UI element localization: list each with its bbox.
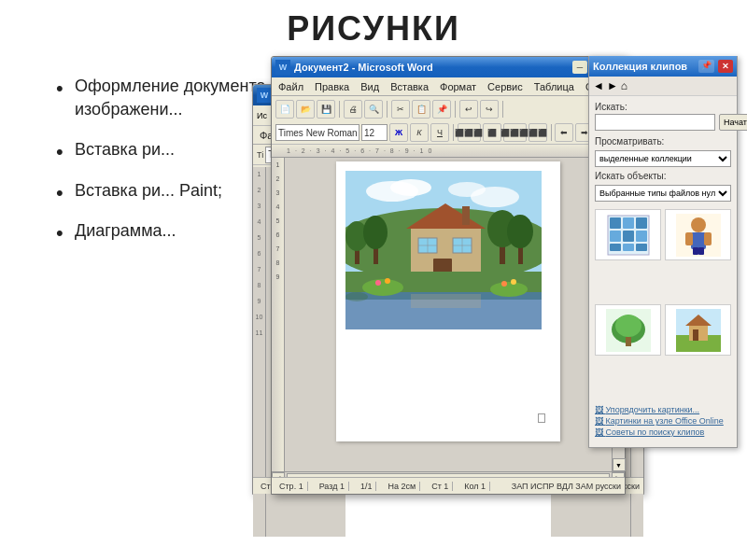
menu-file-front[interactable]: Файл [274, 80, 308, 93]
clip-image-2[interactable] [665, 209, 731, 260]
status-lang-front: ЗАП ИСПР ВДЛ ЗАМ русски [512, 482, 621, 491]
menu-view-front[interactable]: Вид [356, 80, 384, 93]
svg-point-46 [362, 279, 403, 296]
font-name-back: Ti [257, 150, 263, 160]
nav-forward-icon[interactable]: ► [607, 79, 618, 92]
cut-btn[interactable]: ✂ [391, 100, 410, 119]
svg-rect-77 [693, 329, 698, 341]
align-c[interactable]: ⬛ [483, 123, 501, 142]
paste-btn[interactable]: 📌 [432, 100, 451, 119]
minimize-btn-front[interactable]: ─ [572, 61, 587, 74]
svg-rect-65 [685, 232, 693, 245]
word-app-icon-back: W [257, 88, 272, 103]
status-pos-front: На 2см [384, 482, 420, 491]
align-l[interactable]: ⬛⬛⬛ [458, 123, 481, 142]
search-label: Искать: [595, 102, 731, 112]
clip-image-1[interactable] [595, 209, 661, 260]
indent-dec[interactable]: ⬅ [555, 123, 573, 142]
clip-panel-title: Коллекция клипов [593, 61, 687, 72]
clip-art-panel: Коллекция клипов 📌 ✕ ◄ ► ⌂ Искать: Начат… [588, 56, 738, 448]
clip-panel-pin[interactable]: 📌 [698, 60, 714, 73]
footer-link-1[interactable]: Упорядочить картинки... [595, 405, 731, 414]
sep1 [339, 101, 340, 118]
browse-label: Просматривать: [595, 136, 731, 147]
word-app-icon-front: W [275, 60, 290, 75]
svg-rect-30 [462, 206, 470, 225]
svg-rect-59 [610, 244, 621, 251]
status-page-front: Стр. 1 [275, 482, 308, 491]
align-r[interactable]: ⬛⬛⬛ [503, 123, 527, 142]
font-size-input-front[interactable] [361, 124, 388, 141]
search-row: Начать [595, 114, 731, 131]
menu-edit-front[interactable]: Правка [310, 80, 354, 93]
svg-rect-66 [704, 232, 712, 245]
word-titlebar-front[interactable]: W Документ2 - Microsoft Word ─ □ ✕ [272, 57, 625, 77]
nav-back-icon[interactable]: ◄ [593, 79, 604, 92]
landscape-image-front [345, 171, 542, 329]
svg-rect-56 [610, 231, 621, 242]
font-name-input-front[interactable] [275, 124, 359, 141]
sep5 [453, 124, 454, 141]
doc-area-front: 1 2 3 4 5 6 7 8 9 [272, 158, 625, 471]
underline-btn-front[interactable]: Ч [430, 123, 449, 142]
save-btn[interactable]: 💾 [317, 100, 335, 119]
word-window-front: W Документ2 - Microsoft Word ─ □ ✕ Файл … [271, 56, 626, 495]
sep2 [387, 101, 388, 118]
clip-images-grid [595, 209, 731, 396]
v-ruler-front: 1 2 3 4 5 6 7 8 9 [272, 158, 285, 471]
svg-point-48 [375, 280, 381, 286]
align-j[interactable]: ⬛⬛ [529, 123, 547, 142]
italic-btn-front[interactable]: К [410, 123, 429, 142]
svg-rect-57 [623, 231, 634, 242]
sep4 [502, 101, 503, 118]
svg-point-49 [385, 278, 390, 284]
sep6 [551, 124, 552, 141]
toolbar-row2-front: Ж К Ч ⬛⬛⬛ ⬛ ⬛⬛⬛ ⬛⬛ ⬅ ➡ A▼ [275, 122, 621, 143]
redo-btn[interactable]: ↪ [480, 100, 499, 119]
menu-service-front[interactable]: Сервис [483, 80, 528, 93]
footer-link-3[interactable]: Советы по поиску клипов [595, 427, 731, 437]
new-btn[interactable]: 📄 [275, 100, 294, 119]
footer-link-2[interactable]: Картинки на узле Office Online [595, 416, 731, 426]
clip-panel-body: Искать: Начать Просматривать: выделенные… [589, 96, 737, 401]
svg-rect-64 [691, 232, 706, 249]
svg-rect-67 [693, 247, 698, 255]
clip-search-button[interactable]: Начать [719, 114, 747, 131]
page-content-front [336, 161, 560, 441]
nav-home-icon[interactable]: ⌂ [621, 79, 627, 92]
svg-point-63 [691, 217, 706, 232]
clip-image-3[interactable] [595, 304, 661, 356]
open-btn[interactable]: 📂 [296, 100, 315, 119]
h-ruler-front: 1·2·3·4·5·6·7·8·9·10 [272, 145, 625, 158]
svg-point-20 [390, 179, 431, 196]
clip-svg-2 [676, 214, 721, 257]
svg-point-47 [490, 282, 528, 297]
clip-footer: Упорядочить картинки... Картинки на узле… [589, 401, 737, 443]
svg-rect-55 [636, 217, 647, 229]
clip-image-4[interactable] [665, 304, 731, 356]
svg-point-51 [511, 279, 516, 285]
clip-search-input[interactable] [595, 114, 715, 131]
undo-btn[interactable]: ↩ [459, 100, 478, 119]
menu-insert-front[interactable]: Вставка [386, 80, 433, 93]
browse-dropdown[interactable]: выделенные коллекции [595, 150, 731, 167]
svg-point-41 [507, 215, 533, 248]
svg-rect-44 [411, 294, 481, 308]
clip-panel-nav: ◄ ► ⌂ [589, 77, 737, 96]
bold-btn-front[interactable]: Ж [389, 123, 408, 142]
print-btn[interactable]: 🖨 [344, 100, 362, 119]
preview-btn[interactable]: 🔍 [364, 100, 383, 119]
scroll-down-front[interactable]: ▼ [613, 458, 626, 471]
find-dropdown[interactable]: Выбранные типы файлов нуль [595, 185, 731, 202]
menu-format-front[interactable]: Формат [435, 80, 481, 93]
toolbar-row1-front: 📄 📂 💾 🖨 🔍 ✂ 📋 📌 ↩ ↪ 75% [275, 98, 621, 120]
toolbar-area-front: 📄 📂 💾 🖨 🔍 ✂ 📋 📌 ↩ ↪ 75% Ж К Ч ⬛⬛⬛ ⬛ [272, 96, 625, 145]
menu-table-front[interactable]: Таблица [529, 80, 579, 93]
clip-panel-close[interactable]: ✕ [718, 60, 733, 73]
copy-btn[interactable]: 📋 [412, 100, 430, 119]
status-bar-front: Стр. 1 Разд 1 1/1 На 2см Ст 1 Кол 1 ЗАП … [272, 477, 625, 494]
slide-title: РИСУНКИ [0, 9, 747, 49]
svg-point-22 [448, 182, 486, 197]
svg-point-45 [345, 292, 368, 301]
clip-panel-titlebar[interactable]: Коллекция клипов 📌 ✕ [589, 56, 737, 77]
